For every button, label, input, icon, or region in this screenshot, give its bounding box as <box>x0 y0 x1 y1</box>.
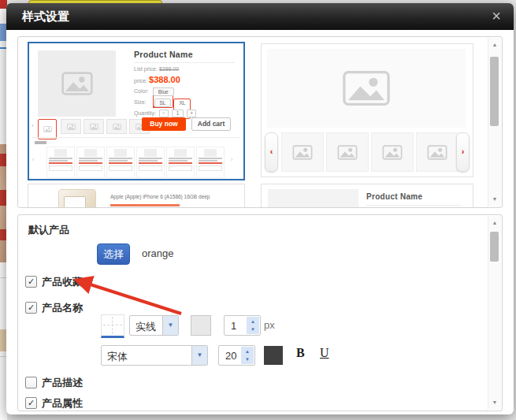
buy-now-button[interactable]: Buy now <box>142 117 186 131</box>
spinner-down-icon[interactable]: ▼ <box>241 355 254 363</box>
scroll-down-icon[interactable]: ▼ <box>488 397 501 408</box>
product-attributes-checkbox[interactable]: ✓ <box>25 397 37 409</box>
size-label: Size: <box>134 99 147 105</box>
font-color-swatch[interactable] <box>264 346 283 365</box>
preview-list-price: List price: $388.00 <box>134 66 179 72</box>
related-products-heading-placeholder <box>35 141 46 144</box>
template-thumbnail-detail[interactable]: Product Name List price: $388.00 price: … <box>28 42 245 180</box>
preview-quantity-row: Quantity: − 1 + <box>134 110 196 117</box>
spinner-up-icon[interactable]: ▲ <box>241 348 254 355</box>
preview-price: price: $388.00 <box>134 75 180 84</box>
gallery-prev-button[interactable]: ‹ <box>265 132 278 172</box>
product-favorite-checkbox[interactable]: ✓ <box>25 276 37 288</box>
border-style-value: 实线 <box>135 320 156 334</box>
carousel-thumb[interactable] <box>61 119 81 134</box>
related-next-icon[interactable]: › <box>231 157 232 162</box>
preview-scrollbar[interactable]: ▲ ▼ <box>488 38 501 206</box>
preview-product-name: Product Name <box>134 50 235 63</box>
price-label: price: <box>134 78 147 84</box>
scroll-down-icon[interactable]: ▼ <box>488 194 501 205</box>
preview-color-row: Color: Red Blue <box>134 87 174 96</box>
related-product-card <box>166 147 195 178</box>
product-name-label: 产品名称 <box>42 301 83 315</box>
preview-product-name: Product Name <box>366 192 461 206</box>
font-size-stepper[interactable]: 20 ▲ ▼ <box>218 345 255 366</box>
quantity-label: Quantity: <box>134 110 156 116</box>
related-product-card <box>76 147 105 178</box>
settings-scrollbar[interactable]: ▲ ▼ <box>488 216 501 410</box>
add-cart-button[interactable]: Add cart <box>191 117 231 131</box>
font-family-value: 宋体 <box>107 350 128 364</box>
product-photo <box>58 189 96 208</box>
spinner-down-icon[interactable]: ▼ <box>247 325 259 333</box>
scrollbar-thumb[interactable] <box>490 232 499 262</box>
stepper-arrows[interactable]: ▲ ▼ <box>241 347 254 364</box>
font-size-value: 20 <box>225 350 236 362</box>
template-preview-panel: Product Name List price: $388.00 price: … <box>17 36 503 208</box>
related-product-card <box>46 147 75 178</box>
image-placeholder <box>267 49 466 128</box>
quantity-plus-button[interactable]: + <box>187 110 196 117</box>
product-name-checkbox[interactable]: ✓ <box>25 302 37 314</box>
product-favorite-label: 产品收藏 <box>42 275 83 289</box>
selected-product-value: orange <box>142 247 173 259</box>
gallery-thumb[interactable] <box>371 132 414 172</box>
list-price-label: List price: <box>134 66 158 72</box>
chevron-down-icon: ▼ <box>162 316 178 335</box>
border-style-select[interactable]: 实线 ▼ <box>129 315 179 336</box>
scrollbar-thumb[interactable] <box>490 57 499 126</box>
image-placeholder-icon <box>342 70 391 106</box>
preview-size-row: Size: SL XL <box>134 98 171 107</box>
stepper-arrows[interactable]: ▲ ▼ <box>247 317 259 334</box>
size-option-sl[interactable]: SL <box>154 98 172 107</box>
image-placeholder <box>38 50 116 117</box>
carousel-thumb[interactable] <box>106 119 127 134</box>
font-family-select[interactable]: 宋体 ▼ <box>101 345 208 366</box>
select-product-button[interactable]: 选择 <box>97 243 130 265</box>
annotation-arrow <box>18 215 500 409</box>
gallery-next-button[interactable]: › <box>456 132 470 172</box>
carousel-prev-icon[interactable]: ‹ <box>32 122 34 129</box>
border-position-picker[interactable] <box>101 314 124 338</box>
page-background: 样式设置 × Product Name List price: $388.00 … <box>0 0 516 420</box>
related-product-card <box>196 147 225 178</box>
template-thumbnail-gallery[interactable]: ‹ › <box>261 43 473 177</box>
gallery-thumb[interactable] <box>326 132 369 172</box>
price-text-placeholder <box>110 204 180 206</box>
related-prev-icon[interactable]: ‹ <box>32 157 34 162</box>
bold-button[interactable]: B <box>296 346 305 360</box>
template-thumbnail-iphone[interactable]: Apple (Apple) iPhone 6 (A1586) 16GB deep <box>28 184 245 208</box>
product-attributes-label: 产品属性 <box>42 396 83 411</box>
close-icon[interactable]: × <box>492 3 501 28</box>
style-settings-form: 默认产品 选择 orange ✓ 产品收藏 ✓ 产品名称 实线 ▼ 1 ▲ <box>17 214 503 411</box>
color-label: Color: <box>134 88 149 94</box>
quantity-minus-button[interactable]: − <box>159 110 169 117</box>
carousel-thumb[interactable] <box>84 119 104 134</box>
carousel-next-icon: › <box>462 147 465 156</box>
gallery-thumb[interactable] <box>281 132 324 172</box>
chevron-down-icon: ▼ <box>191 346 207 365</box>
price-value: $388.00 <box>149 75 180 84</box>
scroll-up-icon[interactable]: ▲ <box>488 217 501 229</box>
scroll-up-icon[interactable]: ▲ <box>488 39 501 50</box>
product-description-checkbox[interactable] <box>25 377 37 388</box>
dialog-header: 样式设置 × <box>6 3 514 30</box>
spinner-up-icon[interactable]: ▲ <box>247 318 259 325</box>
underline-button[interactable]: U <box>320 346 329 360</box>
carousel-prev-icon: ‹ <box>270 147 273 156</box>
list-price-value: $388.00 <box>159 66 179 72</box>
image-placeholder <box>268 189 358 208</box>
gallery-thumb[interactable] <box>416 132 458 172</box>
border-width-stepper[interactable]: 1 ▲ ▼ <box>224 315 261 336</box>
related-product-card <box>136 147 165 178</box>
image-placeholder-icon <box>61 72 93 95</box>
color-option-blue[interactable]: Blue <box>153 87 174 96</box>
template-thumbnail-list[interactable]: Product Name List price: $388.00 <box>261 184 473 208</box>
style-settings-dialog: 样式设置 × Product Name List price: $388.00 … <box>6 3 514 414</box>
iphone-title: Apple (Apple) iPhone 6 (A1586) 16GB deep <box>110 194 236 199</box>
dialog-title: 样式设置 <box>22 3 69 30</box>
product-description-label: 产品描述 <box>42 376 83 390</box>
border-color-swatch[interactable] <box>191 315 211 336</box>
default-product-label: 默认产品 <box>28 223 69 237</box>
border-width-value: 1 <box>231 320 236 332</box>
